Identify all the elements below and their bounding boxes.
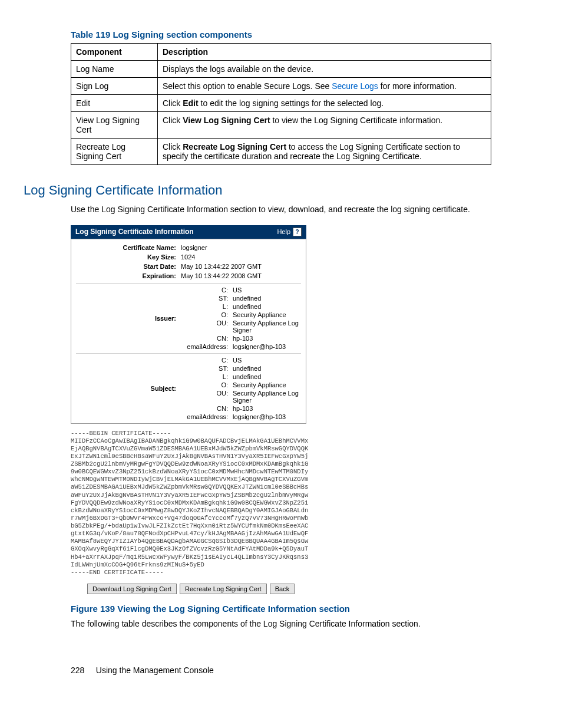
text: Click — [163, 98, 183, 108]
dn-key: O: — [181, 311, 233, 318]
field-key-size: Key Size: 1024 — [71, 252, 306, 262]
download-cert-button[interactable]: Download Log Signing Cert — [87, 584, 177, 594]
cell-component: Edit — [71, 95, 158, 112]
panel-title: Log Signing Certificate Information — [75, 228, 194, 236]
cell-component: Recreate Log Signing Cert — [71, 139, 158, 165]
label: Expiration: — [76, 272, 181, 279]
component-table: Component Description Log Name Displays … — [71, 43, 491, 165]
text: Select this option to enable Secure Logs… — [163, 81, 332, 91]
page-number: 228 — [71, 666, 84, 675]
dn-value: US — [233, 357, 301, 364]
table-row: Sign Log Select this option to enable Se… — [71, 78, 491, 95]
cell-component: Log Name — [71, 61, 158, 78]
divider — [76, 353, 301, 354]
issuer-group: Issuer: C:US ST:undefined L:undefined O:… — [71, 286, 306, 351]
dn-key: ST: — [181, 365, 233, 372]
label: Start Date: — [76, 263, 181, 270]
text: Click — [163, 116, 183, 125]
dn-value: undefined — [233, 303, 301, 310]
pem-certificate-block: -----BEGIN CERTIFICATE----- MIIDFzCCAoCg… — [71, 430, 306, 577]
issuer-label: Issuer: — [76, 286, 181, 351]
dn-value: logsigner@hp-103 — [233, 343, 301, 350]
table-row: Edit Click Edit to edit the log signing … — [71, 95, 491, 112]
cell-component: View Log Signing Cert — [71, 112, 158, 139]
dn-key: L: — [181, 373, 233, 380]
table-row: View Log Signing Cert Click View Log Sig… — [71, 112, 491, 139]
dn-key: emailAddress: — [181, 413, 233, 420]
field-expiration: Expiration: May 10 13:44:22 2008 GMT — [71, 271, 306, 281]
dn-value: Security Appliance — [233, 381, 301, 388]
dn-value: US — [233, 286, 301, 294]
dn-key: L: — [181, 303, 233, 310]
bold-text: Edit — [183, 98, 198, 108]
figure-title: Figure 139 Viewing the Log Signing Certi… — [71, 604, 491, 614]
text: to view the Log Signing Certificate info… — [270, 116, 443, 125]
cell-description: Select this option to enable Secure Logs… — [158, 78, 491, 95]
value: May 10 13:44:22 2007 GMT — [181, 263, 301, 270]
text: to edit the log signing settings for the… — [199, 98, 384, 108]
dn-value: hp-103 — [233, 335, 301, 342]
dn-key: C: — [181, 357, 233, 364]
value: May 10 13:44:22 2008 GMT — [181, 272, 301, 279]
help-icon: ? — [293, 228, 302, 236]
th-component: Component — [71, 44, 158, 61]
cell-description: Click Edit to edit the log signing setti… — [158, 95, 491, 112]
dn-value: Security Appliance Log Signer — [233, 390, 301, 404]
table-title: Table 119 Log Signing section components — [71, 29, 491, 39]
cell-description: Click View Log Signing Cert to view the … — [158, 112, 491, 139]
label: Certificate Name: — [76, 244, 181, 251]
subject-label: Subject: — [76, 356, 181, 421]
value: logsigner — [181, 244, 301, 251]
help-link[interactable]: Help ? — [277, 228, 302, 236]
table-row: Log Name Displays the logs available on … — [71, 61, 491, 78]
subject-group: Subject: C:US ST:undefined L:undefined O… — [71, 356, 306, 421]
cell-description: Click Recreate Log Signing Cert to acces… — [158, 139, 491, 165]
dn-value: Security Appliance — [233, 311, 301, 318]
dn-value: undefined — [233, 295, 301, 302]
secure-logs-link[interactable]: Secure Logs — [332, 81, 378, 91]
section-heading: Log Signing Certificate Information — [24, 183, 491, 198]
figure-paragraph: The following table describes the compon… — [71, 618, 491, 630]
panel-header: Log Signing Certificate Information Help… — [71, 225, 306, 239]
text: for more information. — [378, 81, 457, 91]
dn-value: logsigner@hp-103 — [233, 413, 301, 420]
value: 1024 — [181, 253, 301, 261]
dn-value: hp-103 — [233, 405, 301, 412]
dn-value: undefined — [233, 373, 301, 380]
dn-value: undefined — [233, 365, 301, 372]
dn-key: O: — [181, 381, 233, 388]
button-row: Download Log Signing Cert Recreate Log S… — [87, 584, 306, 594]
dn-key: CN: — [181, 405, 233, 412]
dn-key: emailAddress: — [181, 343, 233, 350]
label: Key Size: — [76, 253, 181, 261]
dn-key: C: — [181, 286, 233, 294]
section-paragraph: Use the Log Signing Certificate Informat… — [71, 204, 491, 216]
page-footer: 228 Using the Management Console — [71, 666, 491, 675]
text: Click — [163, 142, 183, 151]
dn-key: ST: — [181, 295, 233, 302]
field-cert-name: Certificate Name: logsigner — [71, 243, 306, 252]
back-button[interactable]: Back — [270, 584, 295, 594]
bold-text: Recreate Log Signing Cert — [183, 142, 286, 151]
cell-description: Displays the logs available on the devic… — [158, 61, 491, 78]
cert-info-panel: Log Signing Certificate Information Help… — [71, 225, 306, 594]
footer-text: Using the Management Console — [96, 666, 214, 675]
cell-component: Sign Log — [71, 78, 158, 95]
recreate-cert-button[interactable]: Recreate Log Signing Cert — [180, 584, 267, 594]
th-description: Description — [158, 44, 491, 61]
dn-key: CN: — [181, 335, 233, 342]
dn-key: OU: — [181, 319, 233, 334]
divider — [76, 283, 301, 284]
field-start-date: Start Date: May 10 13:44:22 2007 GMT — [71, 262, 306, 271]
panel-body: Certificate Name: logsigner Key Size: 10… — [71, 239, 306, 424]
dn-key: OU: — [181, 390, 233, 404]
dn-value: Security Appliance Log Signer — [233, 319, 301, 334]
help-label: Help — [277, 228, 290, 235]
bold-text: View Log Signing Cert — [183, 116, 270, 125]
table-row: Recreate Log Signing Cert Click Recreate… — [71, 139, 491, 165]
